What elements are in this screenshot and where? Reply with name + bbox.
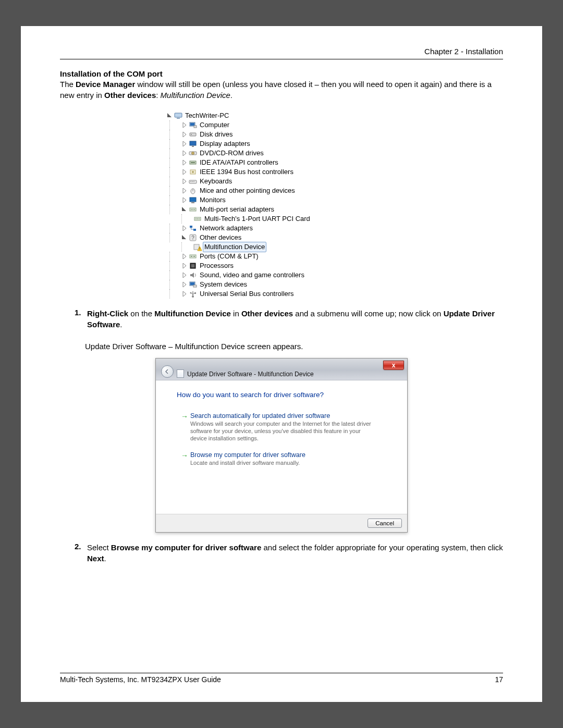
- step-2: 2. Select Browse my computer for driver …: [75, 542, 503, 564]
- disk-icon: [189, 130, 197, 139]
- tree-item-mice[interactable]: Mice and other pointing devices: [169, 186, 396, 195]
- expand-toggle[interactable]: [181, 291, 187, 297]
- tree-child-label: Multi-Tech's 1-Port UART PCI Card: [204, 214, 310, 224]
- arrow-icon: →: [181, 412, 190, 442]
- tree-item-usb[interactable]: Universal Serial Bus controllers: [169, 289, 396, 299]
- expand-toggle[interactable]: [181, 122, 187, 128]
- expand-toggle[interactable]: [181, 207, 187, 212]
- tree-item-label: Computer: [200, 120, 229, 130]
- tree-item-mpsa[interactable]: Multi-port serial adapters: [169, 205, 396, 214]
- tree-item-label: Keyboards: [200, 177, 232, 186]
- tree-item-ide[interactable]: IDE ATA/ATAPI controllers: [169, 158, 396, 167]
- tree-item-dvd[interactable]: DVD/CD-ROM drives: [169, 149, 396, 158]
- svg-rect-43: [190, 226, 192, 228]
- option-description: Locate and install driver software manua…: [190, 460, 378, 467]
- tree-item-label: Mice and other pointing devices: [200, 186, 295, 195]
- expand-toggle[interactable]: [181, 179, 187, 184]
- svg-point-35: [191, 209, 192, 210]
- text: .: [104, 554, 106, 563]
- dialog-titlebar: Update Driver Software - Multifunction D…: [156, 359, 407, 380]
- arrow-icon: →: [181, 451, 190, 467]
- svg-marker-22: [183, 179, 186, 184]
- tree-item-kb[interactable]: Keyboards: [169, 177, 396, 186]
- page-icon: [177, 369, 184, 378]
- svg-point-39: [195, 218, 197, 219]
- tree-item-other[interactable]: ? Other devices: [169, 233, 396, 242]
- text: on the: [128, 309, 154, 318]
- svg-rect-44: [193, 229, 196, 231]
- svg-point-36: [192, 209, 193, 210]
- svg-rect-24: [190, 181, 191, 182]
- tree-item-label: Display adapters: [200, 139, 250, 149]
- expand-toggle[interactable]: [181, 151, 187, 156]
- svg-marker-7: [183, 132, 186, 137]
- tree-item-label: DVD/CD-ROM drives: [200, 149, 264, 158]
- expand-toggle[interactable]: [181, 273, 187, 278]
- tree-child[interactable]: Multi-Tech's 1-Port UART PCI Card: [181, 214, 396, 224]
- tree-item-proc[interactable]: Processors: [169, 261, 396, 270]
- svg-rect-54: [193, 256, 195, 257]
- svg-marker-33: [182, 207, 186, 211]
- svg-text:?: ?: [191, 235, 194, 241]
- bold-text: Other devices: [241, 309, 293, 318]
- expand-toggle[interactable]: [181, 235, 187, 240]
- bold-text: Browse my computer for driver software: [111, 543, 261, 552]
- tree-item-label: Disk drives: [200, 130, 233, 139]
- tree-item-display[interactable]: Display adapters: [169, 139, 396, 149]
- svg-rect-63: [193, 285, 197, 287]
- expand-toggle[interactable]: [181, 198, 187, 203]
- option-search-auto[interactable]: → Search automatically for updated drive…: [181, 412, 386, 442]
- computer-root-icon: [174, 112, 182, 120]
- dialog-body: How do you want to search for driver sof…: [156, 380, 407, 514]
- tree-item-net[interactable]: Network adapters: [169, 224, 396, 233]
- text: :: [156, 91, 160, 100]
- tree-root-label: TechWriter-PC: [185, 111, 229, 120]
- svg-rect-1: [175, 113, 182, 117]
- tree-item-computer[interactable]: Computer: [169, 120, 396, 130]
- svg-marker-3: [183, 122, 186, 128]
- option-browse[interactable]: → Browse my computer for driver software…: [181, 451, 386, 467]
- expand-toggle[interactable]: [181, 169, 187, 175]
- back-button[interactable]: [161, 365, 174, 378]
- bold-text: Device Manager: [76, 80, 135, 89]
- device-manager-tree: TechWriter-PC Computer Disk drives Displ…: [167, 111, 396, 299]
- expand-toggle[interactable]: [181, 188, 187, 193]
- expand-toggle[interactable]: [181, 282, 187, 287]
- tree-item-disk[interactable]: Disk drives: [169, 130, 396, 139]
- expand-toggle[interactable]: [181, 160, 187, 165]
- svg-rect-18: [191, 162, 195, 163]
- ide-icon: [189, 158, 197, 167]
- option-title: Search automatically for updated driver …: [190, 412, 386, 419]
- tree-item-sound[interactable]: Sound, video and game controllers: [169, 270, 396, 280]
- expand-toggle[interactable]: [167, 113, 172, 118]
- cancel-button[interactable]: Cancel: [368, 519, 402, 528]
- bold-text: Next: [87, 554, 104, 563]
- tree-item-mon[interactable]: Monitors: [169, 195, 396, 205]
- close-button[interactable]: x: [383, 361, 404, 370]
- option-description: Windows will search your computer and th…: [190, 421, 378, 442]
- svg-marker-45: [182, 235, 186, 239]
- footer-page-number: 17: [495, 675, 503, 684]
- tree-item-ports[interactable]: Ports (COM & LPT): [169, 252, 396, 261]
- expand-toggle[interactable]: [181, 263, 187, 268]
- expand-toggle[interactable]: [181, 226, 187, 231]
- mouse-icon: [189, 187, 197, 195]
- tree-item-ieee[interactable]: IEEE 1394 Bus host controllers: [169, 167, 396, 177]
- bold-text: Multifunction Device: [154, 309, 231, 318]
- expand-toggle[interactable]: [181, 132, 187, 137]
- svg-rect-53: [191, 256, 192, 257]
- chapter-header: Chapter 2 - Installation: [60, 47, 503, 59]
- tree-item-sys[interactable]: System devices: [169, 280, 396, 289]
- svg-rect-2: [177, 118, 180, 119]
- svg-rect-52: [190, 255, 196, 258]
- expand-toggle[interactable]: [181, 141, 187, 146]
- tree-child[interactable]: ! Multifunction Device: [181, 242, 396, 252]
- expand-toggle[interactable]: [181, 254, 187, 259]
- port-icon: [189, 252, 197, 261]
- usb-icon: [189, 290, 197, 298]
- step-number: 2.: [75, 542, 87, 564]
- svg-marker-42: [183, 226, 186, 231]
- svg-point-15: [192, 152, 194, 154]
- tree-root[interactable]: TechWriter-PC: [167, 111, 396, 120]
- step-body: Right-Click on the Multifunction Device …: [87, 308, 503, 330]
